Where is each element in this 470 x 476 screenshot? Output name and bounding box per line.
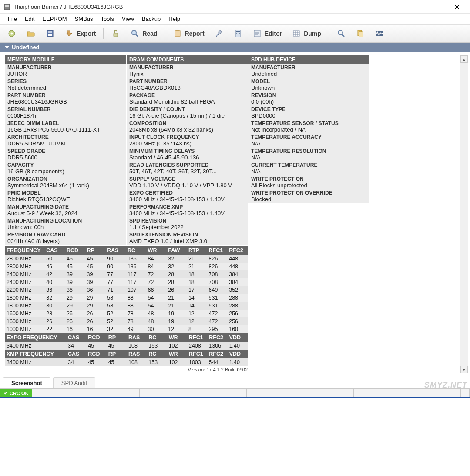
table-header: RCD — [86, 350, 106, 358]
info-cell: CURRENT TEMPERATUREN/A — [248, 162, 369, 176]
table-cell: 28 — [166, 270, 187, 278]
info-cell: MODELUnknown — [248, 78, 369, 92]
export-button[interactable]: Export — [60, 27, 100, 41]
bottom-tabs: Screenshot SPD Audit — [0, 375, 470, 388]
column-header: DRAM COMPONENTS — [127, 55, 248, 64]
info-value: Standard / 46-45-45-90-136 — [129, 154, 245, 161]
info-value: Unknown: 00h — [7, 224, 123, 230]
info-value: AMD EXPO 1.0 / Intel XMP 3.0 — [129, 238, 245, 244]
info-value: 2048Mb x8 (64Mb x8 x 32 banks) — [129, 126, 245, 133]
menu-backup[interactable]: Backup — [138, 14, 164, 24]
info-value: 50T, 46T, 42T, 40T, 36T, 32T, 30T... — [129, 168, 245, 175]
scroll-down-icon[interactable]: ▾ — [460, 366, 468, 373]
tab-screenshot[interactable]: Screenshot — [3, 377, 50, 388]
table-cell: 88 — [126, 302, 146, 310]
settings-button[interactable] — [3, 27, 20, 41]
maximize-button[interactable] — [427, 1, 447, 13]
scroll-track[interactable] — [460, 63, 468, 366]
table-cell: 39 — [85, 278, 106, 286]
info-cell: MINIMUM TIMING DELAYSStandard / 46-45-45… — [127, 148, 248, 162]
info-label: JEDEC DIMM LABEL — [7, 120, 123, 126]
table-row: 3400 MHz34454510815310210035441.40 — [5, 358, 248, 366]
dump-button[interactable]: Dump — [288, 27, 325, 41]
menu-eeprom[interactable]: EEPROM — [38, 14, 70, 24]
menu-smbus[interactable]: SMBus — [71, 14, 97, 24]
table-cell: 32 — [44, 294, 65, 302]
menu-view[interactable]: View — [118, 14, 138, 24]
editor-button[interactable]: Editor — [248, 27, 286, 41]
table-cell: 1600 MHz — [5, 317, 44, 325]
table-cell: 84 — [146, 255, 167, 263]
section-header[interactable]: Undefined — [0, 43, 470, 52]
export-label: Export — [77, 30, 96, 37]
info-label: PACKAGE — [129, 92, 245, 98]
table-cell: 448 — [227, 263, 248, 270]
svg-point-12 — [132, 30, 136, 35]
svg-rect-15 — [176, 30, 179, 31]
wrench-button[interactable] — [210, 27, 228, 41]
svg-rect-14 — [175, 30, 180, 37]
table-cell: 384 — [227, 278, 248, 286]
report-button[interactable]: Report — [169, 27, 208, 41]
open-button[interactable] — [22, 27, 40, 41]
toolbar-separator — [329, 28, 329, 39]
table-cell: 1.40 — [228, 342, 248, 350]
minimize-button[interactable] — [407, 1, 427, 13]
table-header: RC — [147, 333, 167, 342]
table-cell: 12 — [187, 310, 207, 317]
info-value: 16 GB (8 components) — [7, 168, 123, 175]
lock-button[interactable] — [107, 27, 124, 41]
table-row: 2800 MHz50454590136843221826448 — [5, 255, 248, 263]
toolbar: Export Read Report Editor Dump — [0, 24, 470, 43]
caret-down-icon — [5, 46, 9, 49]
wave-button[interactable] — [371, 27, 388, 41]
calc-button[interactable] — [229, 27, 247, 41]
svg-rect-25 — [293, 31, 299, 36]
save-button[interactable] — [41, 27, 59, 41]
table-cell: 14 — [187, 302, 207, 310]
table-cell: 2800 MHz — [5, 263, 44, 270]
table-cell: 48 — [146, 310, 167, 317]
table-cell: 29 — [85, 294, 106, 302]
info-label: PART NUMBER — [129, 78, 245, 84]
table-cell: 256 — [227, 317, 248, 325]
close-button[interactable] — [447, 1, 467, 13]
table-cell: 352 — [227, 286, 248, 294]
table-cell: 3400 MHz — [5, 358, 66, 366]
scroll-up-icon[interactable]: ▴ — [460, 55, 468, 63]
table-cell: 448 — [227, 255, 248, 263]
table-cell: 77 — [105, 270, 126, 278]
toolbar-separator — [165, 28, 165, 39]
clipboard-icon — [173, 29, 182, 38]
table-cell: 472 — [207, 310, 228, 317]
gear-icon — [7, 29, 17, 38]
titlebar: Thaiphoon Burner / JHE6800U3416JGRGB — [0, 0, 470, 14]
table-cell: 2200 MHz — [5, 286, 44, 294]
table-cell: 29 — [85, 302, 106, 310]
menu-edit[interactable]: Edit — [21, 14, 38, 24]
export-icon — [64, 29, 74, 38]
menu-tools[interactable]: Tools — [97, 14, 118, 24]
info-value: All Blocks unprotected — [251, 182, 367, 189]
tab-spd-audit[interactable]: SPD Audit — [53, 377, 95, 388]
scrollbar[interactable]: ▴ ▾ — [460, 55, 468, 373]
inspect-button[interactable] — [332, 27, 350, 41]
lock-icon — [111, 29, 121, 38]
table-cell: 50 — [44, 255, 65, 263]
table-cell: 71 — [105, 286, 126, 294]
info-cell: JEDEC DIMM LABEL16GB 1Rx8 PC5-5600-UA0-1… — [5, 120, 126, 134]
table-cell: 102 — [167, 358, 187, 366]
table-cell: 39 — [65, 278, 85, 286]
table-cell: 45 — [86, 342, 106, 350]
info-value: 3400 MHz / 34-45-45-108-153 / 1.40V — [129, 210, 245, 216]
info-value: DDR5 SDRAM UDIMM — [7, 140, 123, 147]
table-cell: 45 — [65, 263, 85, 270]
info-value: Not determined — [7, 84, 123, 91]
menu-file[interactable]: File — [4, 14, 21, 24]
docs-button[interactable] — [352, 27, 369, 41]
read-button[interactable]: Read — [126, 27, 161, 41]
status-segment — [247, 389, 354, 397]
table-row: 3400 MHz344545108153102240813061.40 — [5, 342, 248, 350]
menu-help[interactable]: Help — [164, 14, 184, 24]
table-cell: 26 — [166, 286, 187, 294]
